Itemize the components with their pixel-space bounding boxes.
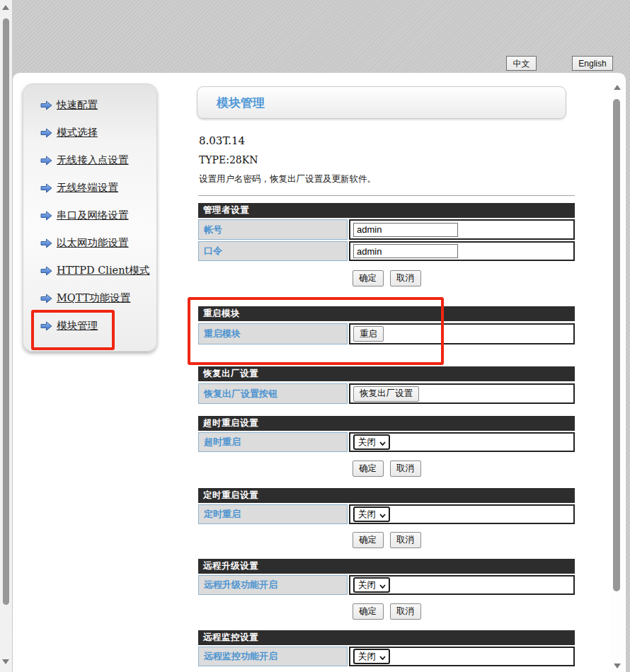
scroll-down-icon[interactable]: [614, 664, 621, 668]
page-title: 模块管理: [217, 95, 265, 111]
row-label: 口令: [198, 241, 348, 261]
select-value: 关闭: [358, 651, 376, 663]
section-header-restart: 重启模块: [198, 306, 575, 321]
arrow-right-icon: [40, 128, 52, 138]
sidebar-link[interactable]: MQTT功能设置: [57, 291, 130, 305]
table-row: 帐号: [198, 219, 575, 240]
ok-button[interactable]: 确定: [353, 460, 384, 477]
scroll-down-icon[interactable]: [2, 659, 9, 664]
ok-button[interactable]: 确定: [353, 603, 384, 620]
module-type: TYPE:28KN: [199, 154, 258, 166]
firmware-version: 8.03T.14: [199, 134, 245, 147]
remote-monitor-select[interactable]: 关闭: [353, 649, 390, 664]
arrow-right-icon: [40, 266, 52, 276]
sidebar-item-serial-network[interactable]: 串口及网络设置: [23, 202, 156, 229]
button-row: 确定 取消: [198, 603, 575, 620]
row-value-cell: 关闭: [349, 504, 575, 524]
row-value-cell: 关闭: [349, 647, 575, 666]
button-row: 确定 取消: [198, 460, 575, 477]
row-label: 定时重启: [198, 504, 348, 524]
button-row: 确定 取消: [198, 270, 575, 286]
row-label: 远程监控功能开启: [198, 647, 348, 666]
row-value-cell: 重启: [349, 323, 575, 344]
chevron-down-icon: [379, 508, 386, 521]
sidebar-item-quick-config[interactable]: 快速配置: [23, 91, 156, 119]
scroll-up-icon[interactable]: [2, 5, 9, 10]
section-header-timeout-restart: 超时重启设置: [198, 416, 575, 431]
sidebar-item-mqtt[interactable]: MQTT功能设置: [23, 284, 156, 312]
table-row: 口令: [198, 241, 575, 261]
sidebar-link[interactable]: 快速配置: [57, 98, 98, 112]
ok-button[interactable]: 确定: [353, 532, 384, 548]
arrow-right-icon: [40, 183, 52, 193]
page-description: 设置用户名密码，恢复出厂设置及更新软件。: [199, 173, 376, 185]
remote-upgrade-select[interactable]: 关闭: [353, 577, 390, 593]
table-row: 远程升级功能开启 关闭: [198, 575, 575, 595]
ok-button[interactable]: 确定: [353, 270, 384, 286]
table-row: 恢复出厂设置按钮 恢复出厂设置: [198, 383, 575, 404]
cancel-button[interactable]: 取消: [390, 603, 421, 620]
cancel-button[interactable]: 取消: [390, 460, 421, 477]
sidebar-item-mode-select[interactable]: 模式选择: [23, 119, 156, 146]
section-header-remote-monitor: 远程监控设置: [198, 630, 575, 645]
sidebar-item-ethernet[interactable]: 以太网功能设置: [23, 229, 156, 257]
scroll-up-icon[interactable]: [614, 85, 621, 90]
sidebar-item-httpd-client[interactable]: HTTPD Client模式: [23, 257, 156, 284]
factory-reset-button[interactable]: 恢复出厂设置: [353, 386, 419, 402]
main-content: 模块管理 8.03T.14 TYPE:28KN 设置用户名密码，恢复出厂设置及更…: [197, 0, 575, 672]
sidebar-link[interactable]: 以太网功能设置: [57, 236, 129, 250]
table-row: 远程监控功能开启 关闭: [198, 647, 575, 666]
divider: [198, 195, 575, 196]
sidebar-nav: 快速配置 模式选择 无线接入点设置 无线终端设置 串口及网络设置 以太网功能设置…: [23, 83, 157, 352]
arrow-right-icon: [40, 321, 52, 331]
select-value: 关闭: [358, 436, 376, 448]
left-scrollbar[interactable]: [0, 0, 12, 672]
row-label: 远程升级功能开启: [198, 575, 348, 595]
arrow-right-icon: [40, 211, 52, 221]
select-value: 关闭: [358, 579, 376, 591]
sidebar-item-module-management[interactable]: 模块管理: [23, 312, 156, 340]
right-scrollbar-thumb[interactable]: [613, 99, 620, 591]
cancel-button[interactable]: 取消: [390, 270, 421, 286]
arrow-right-icon: [40, 294, 52, 303]
row-label: 恢复出厂设置按钮: [198, 383, 348, 404]
button-row: 确定 取消: [198, 532, 575, 548]
browser-viewport: 中文 English 快速配置 模式选择 无线接入点设置 无线终端设置 串口及网…: [0, 0, 630, 672]
username-input[interactable]: [353, 223, 458, 237]
sidebar-link[interactable]: 模块管理: [57, 319, 98, 332]
row-value-cell: 关闭: [349, 432, 575, 452]
arrow-right-icon: [40, 156, 52, 166]
restart-button[interactable]: 重启: [353, 326, 384, 342]
arrow-right-icon: [40, 238, 52, 248]
row-value-cell: 恢复出厂设置: [349, 383, 575, 404]
table-row: 重启模块 重启: [198, 323, 575, 344]
arrow-right-icon: [40, 100, 52, 110]
sidebar-link[interactable]: 无线终端设置: [57, 181, 118, 195]
section-header-factory-reset: 恢复出厂设置: [198, 366, 575, 381]
cancel-button[interactable]: 取消: [390, 532, 421, 548]
sidebar-item-wireless-sta[interactable]: 无线终端设置: [23, 174, 156, 202]
table-row: 定时重启 关闭: [198, 504, 575, 524]
sidebar-item-wireless-ap[interactable]: 无线接入点设置: [23, 146, 156, 174]
sidebar-link[interactable]: 串口及网络设置: [57, 209, 129, 222]
chevron-down-icon: [379, 436, 386, 448]
row-value-cell: [349, 219, 575, 240]
row-value-cell: 关闭: [349, 575, 575, 595]
sidebar-link[interactable]: 无线接入点设置: [57, 153, 129, 167]
scheduled-restart-select[interactable]: 关闭: [353, 506, 390, 522]
password-input[interactable]: [353, 244, 458, 258]
section-header-admin: 管理者设置: [198, 203, 575, 218]
sidebar-link[interactable]: HTTPD Client模式: [57, 264, 149, 277]
left-scrollbar-thumb[interactable]: [3, 18, 9, 605]
page-title-box: 模块管理: [197, 86, 566, 119]
chevron-down-icon: [379, 579, 386, 591]
section-header-remote-upgrade: 远程升级设置: [198, 559, 575, 574]
english-language-button[interactable]: English: [572, 56, 613, 71]
row-label: 超时重启: [198, 432, 348, 452]
row-label: 重启模块: [198, 323, 348, 344]
row-value-cell: [349, 241, 575, 261]
right-scrollbar[interactable]: [611, 75, 624, 672]
table-row: 超时重启 关闭: [198, 432, 575, 452]
sidebar-link[interactable]: 模式选择: [57, 126, 98, 139]
timeout-restart-select[interactable]: 关闭: [353, 434, 390, 450]
